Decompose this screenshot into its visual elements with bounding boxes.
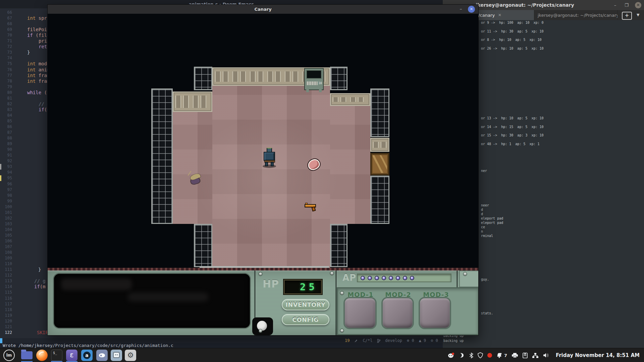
wall-band-left	[173, 92, 212, 112]
terminal-close-button[interactable]: ✕	[635, 2, 641, 8]
screw	[259, 273, 262, 276]
notification-bell-icon[interactable]	[496, 353, 502, 358]
game-viewport[interactable]: 10	[48, 14, 478, 335]
emacs-icon[interactable]: ε	[66, 350, 77, 361]
swirl-tray-icon[interactable]	[459, 352, 465, 358]
ap-label: AP	[342, 273, 356, 283]
game-window: Canary – ✕	[47, 4, 479, 336]
line-badge: 19	[345, 338, 350, 343]
wall-right-upper	[370, 88, 389, 137]
terminal-line: or 8 -> hp: 10 ap: 5 xp: 10	[481, 38, 542, 42]
hud-top-trim	[48, 268, 478, 270]
mod3-slot[interactable]	[420, 298, 450, 328]
terminal-tab-inactive[interactable]: jkersey@argonaut: ~/Projects/canary ✕	[534, 10, 618, 20]
wall-top-left	[194, 67, 212, 90]
desktop: animation.c - Doom Emacs SKIP_GET_P->SKI…	[0, 0, 644, 362]
console-screen	[306, 70, 322, 79]
screw	[340, 329, 343, 332]
terminal-line: stats.	[481, 311, 493, 315]
modeline-accent-bar	[0, 338, 2, 343]
mint-menu-icon[interactable]: lm	[3, 350, 15, 361]
game-minimize-button[interactable]: –	[458, 5, 464, 13]
recording-indicator-icon[interactable]	[487, 353, 492, 358]
terminal-line: ner	[481, 169, 487, 173]
wall-bottom-left	[194, 224, 212, 267]
terminal-line: ce	[481, 225, 485, 229]
terminal-line: d	[481, 212, 483, 216]
console-terminal[interactable]: 10	[304, 68, 324, 90]
ap-led	[410, 276, 414, 280]
wall-bottom-right	[330, 224, 347, 267]
warning-count: ▲ 9	[419, 338, 426, 343]
terminal-line: or 26 -> hp: 10 ap: 5 xp: 10	[481, 46, 544, 51]
hp-label: HP	[263, 278, 279, 290]
wall-band-right	[330, 93, 370, 106]
ap-led	[403, 276, 407, 280]
new-tab-button[interactable]: +	[622, 12, 632, 20]
git-gutter-marker	[0, 164, 1, 170]
console-value: 10	[318, 81, 322, 85]
door[interactable]	[370, 153, 389, 175]
config-button[interactable]: CONFIG	[282, 314, 329, 325]
terminal-launcher-icon[interactable]: $_	[51, 350, 62, 361]
status-dot[interactable]	[257, 321, 267, 331]
taskbar-clock[interactable]: Friday November 14, 8:51 AM	[556, 352, 640, 358]
hud-right-stub	[459, 270, 478, 287]
printer-icon[interactable]	[512, 353, 518, 358]
mod-panel: MOD-1 MOD-2 MOD-3	[337, 287, 478, 335]
ap-meter	[357, 274, 451, 282]
notes-icon[interactable]	[523, 353, 528, 358]
volume-icon[interactable]	[543, 353, 549, 358]
wall-left-column	[151, 88, 173, 224]
boxes-icon[interactable]	[111, 350, 122, 361]
message-log[interactable]	[54, 274, 250, 328]
files-icon[interactable]	[21, 351, 33, 359]
player-character[interactable]	[262, 148, 277, 168]
ap-led	[389, 276, 393, 280]
discord-icon[interactable]	[96, 350, 108, 361]
network-icon[interactable]	[532, 353, 539, 358]
inventory-button[interactable]: INVENTORY	[282, 299, 329, 310]
blurred-text	[61, 279, 132, 290]
terminal-line: or 14 -> hp: 15 ap: 5 xp: 10	[481, 125, 544, 129]
ap-led	[368, 276, 372, 280]
terminal-line: neer	[481, 203, 489, 207]
app-a-icon[interactable]: a	[81, 350, 93, 361]
wall-top-right	[330, 67, 347, 90]
terminal-line: or 13 -> hp: 10 ap: 5 xp: 10	[481, 116, 544, 120]
tab-close-icon[interactable]: ✕	[498, 13, 501, 17]
terminal-line: rminal	[481, 234, 493, 238]
game-titlebar[interactable]: Canary – ✕	[48, 5, 478, 14]
terminal-line: or 48 -> hp: 1 ap: 5 xp: 1	[481, 142, 540, 146]
terminal-line: d	[481, 207, 483, 212]
blurred-text	[128, 293, 208, 301]
gun-item[interactable]	[305, 203, 319, 212]
emacs-echo-area: Wrote /home/jkersey/Projects/canary/code…	[0, 343, 443, 348]
tab-list-dropdown-icon[interactable]: ▼	[637, 10, 639, 20]
terminal-minimize-button[interactable]: –	[612, 3, 618, 8]
console-keyboard	[306, 81, 318, 85]
screw	[330, 272, 333, 275]
hp-display: 25	[284, 280, 322, 294]
settings-icon[interactable]: ⚙	[125, 350, 136, 361]
git-branch-name: develop	[385, 338, 402, 343]
error-count: ⊗ 0	[407, 338, 414, 343]
terminal-restore-button[interactable]: ❐	[624, 3, 630, 8]
mod3-label: MOD-3	[418, 291, 454, 298]
discord-tray-icon[interactable]	[448, 353, 454, 358]
game-close-button[interactable]: ✕	[468, 6, 475, 13]
creature-rat[interactable]	[187, 173, 203, 186]
taskbar: lm $_ ε a ⚙ 7	[0, 348, 644, 362]
mod2-label: MOD-2	[380, 291, 417, 298]
firefox-icon[interactable]	[36, 350, 48, 361]
screw	[464, 273, 467, 276]
mod2-slot[interactable]	[383, 298, 413, 328]
ap-led	[375, 276, 379, 280]
mod1-slot[interactable]	[345, 298, 375, 328]
shield-icon[interactable]	[478, 352, 483, 358]
terminal-line: guy.	[481, 277, 489, 282]
wall-right-lower	[370, 176, 389, 224]
git-gutter-marker	[0, 175, 1, 181]
ap-led	[361, 276, 365, 280]
bluetooth-icon[interactable]	[469, 353, 473, 358]
